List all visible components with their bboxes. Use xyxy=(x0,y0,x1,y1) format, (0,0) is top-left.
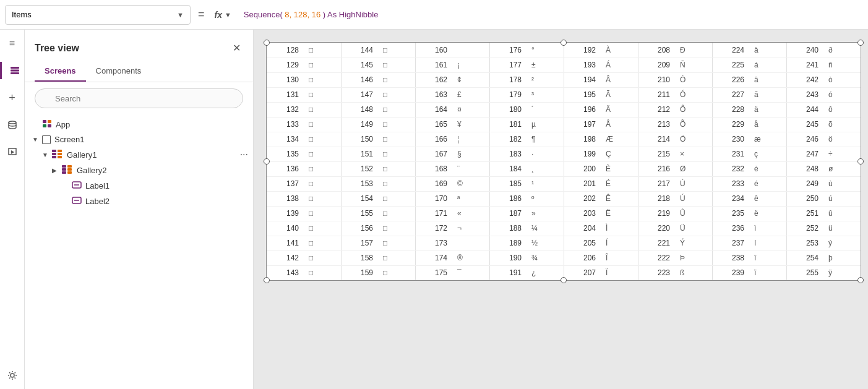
resize-handle-tl[interactable] xyxy=(264,40,270,46)
char-num: 132 xyxy=(267,102,304,117)
equals-symbol: = xyxy=(196,8,207,21)
tree-close-button[interactable]: ✕ xyxy=(230,40,243,56)
table-row: 137□153□169©185¹201É217Ù233é249ù xyxy=(267,176,861,191)
char-glyph: □ xyxy=(378,265,415,280)
char-num: 145 xyxy=(341,58,378,72)
char-glyph: Ò xyxy=(675,72,712,87)
char-glyph: £ xyxy=(452,87,489,102)
char-num: 197 xyxy=(564,117,601,132)
char-glyph: ­ xyxy=(452,236,489,250)
char-glyph: □ xyxy=(378,221,415,236)
char-num: 217 xyxy=(638,176,675,191)
char-num: 235 xyxy=(712,206,749,221)
char-glyph: ¬ xyxy=(452,221,489,236)
char-num: 148 xyxy=(341,102,378,117)
hamburger-icon[interactable]: ≡ xyxy=(4,35,21,52)
char-glyph: Ü xyxy=(675,221,712,236)
char-glyph: Õ xyxy=(675,117,712,132)
char-num: 173 xyxy=(415,236,452,250)
table-row: 141□157□173­189½205Í221Ý237í253ý xyxy=(267,236,861,250)
char-glyph: ô xyxy=(823,102,861,117)
tree-item-gallery2-label: Gallery2 xyxy=(77,166,106,175)
char-num: 246 xyxy=(786,132,823,147)
settings-icon[interactable] xyxy=(4,367,21,384)
char-glyph: □ xyxy=(304,236,341,250)
tree-item-gallery1-label: Gallery1 xyxy=(67,150,97,160)
char-glyph: ¡ xyxy=(452,58,489,72)
char-num: 241 xyxy=(786,58,823,72)
char-glyph: Ä xyxy=(601,102,638,117)
char-num: 209 xyxy=(638,58,675,72)
char-glyph: â xyxy=(749,72,786,87)
tree-item-gallery2[interactable]: ▶ Gallery2 xyxy=(25,163,253,178)
char-num: 225 xyxy=(712,58,749,72)
char-num: 196 xyxy=(564,102,601,117)
char-glyph: Ý xyxy=(675,236,712,250)
top-bar: Items ▼ = fx ▼ Sequence( 8, 128, 16 ) As… xyxy=(0,0,868,30)
database-icon[interactable] xyxy=(4,116,21,134)
char-glyph: Ú xyxy=(675,191,712,206)
char-num: 182 xyxy=(489,132,526,147)
char-num: 152 xyxy=(341,161,378,176)
gallery-container[interactable]: 128□144□160176°192À208Ð224à240ð129□145□1… xyxy=(266,42,861,281)
char-glyph: · xyxy=(526,147,564,161)
char-num: 141 xyxy=(267,236,304,250)
char-num: 200 xyxy=(564,161,601,176)
svg-rect-8 xyxy=(52,150,56,152)
chevron-down-icon: ▼ xyxy=(177,11,184,19)
char-glyph: í xyxy=(749,236,786,250)
char-num: 161 xyxy=(415,58,452,72)
char-num: 153 xyxy=(341,176,378,191)
char-glyph: ó xyxy=(823,87,861,102)
items-dropdown[interactable]: Items ▼ xyxy=(5,5,191,25)
resize-handle-br[interactable] xyxy=(857,277,864,283)
formula-text: Sequence( 8, 128, 16 ) As HighNibble xyxy=(244,10,379,19)
media-icon[interactable] xyxy=(4,143,21,161)
tree-item-screen1[interactable]: ▼ Screen1 xyxy=(25,132,253,147)
char-num: 149 xyxy=(341,117,378,132)
char-num: 227 xyxy=(712,87,749,102)
tree-item-label1[interactable]: Label1 xyxy=(25,178,253,194)
svg-rect-2 xyxy=(11,72,19,74)
char-glyph: ¶ xyxy=(526,132,564,147)
char-glyph: □ xyxy=(378,43,415,58)
char-glyph: ¢ xyxy=(452,72,489,87)
char-num: 139 xyxy=(267,206,304,221)
char-num: 221 xyxy=(638,236,675,250)
resize-handle-bl[interactable] xyxy=(264,277,270,283)
fx-button[interactable]: fx ▼ xyxy=(212,10,234,20)
svg-rect-17 xyxy=(67,165,72,168)
char-num: 137 xyxy=(267,176,304,191)
resize-handle-tr[interactable] xyxy=(857,40,864,46)
char-glyph: Á xyxy=(601,58,638,72)
tree-item-app[interactable]: App xyxy=(25,117,253,132)
char-num: 166 xyxy=(415,132,452,147)
char-glyph: □ xyxy=(304,191,341,206)
tree-item-app-label: App xyxy=(56,120,70,129)
tab-screens[interactable]: Screens xyxy=(35,61,86,82)
tree-item-label2[interactable]: Label2 xyxy=(25,194,253,209)
search-input[interactable] xyxy=(35,88,243,108)
resize-handle-mr[interactable] xyxy=(857,158,864,165)
tree-item-gallery1[interactable]: ▼ Gallery1 ··· xyxy=(25,147,253,163)
char-num: 172 xyxy=(415,221,452,236)
char-glyph: Ç xyxy=(601,147,638,161)
char-num: 157 xyxy=(341,236,378,250)
formula-bar[interactable]: Sequence( 8, 128, 16 ) As HighNibble xyxy=(239,10,863,19)
char-num: 186 xyxy=(489,191,526,206)
table-row: 139□155□171«187»203Ë219Û235ë251û xyxy=(267,206,861,221)
resize-handle-bm[interactable] xyxy=(561,277,567,283)
layers-icon[interactable] xyxy=(0,62,24,79)
plus-icon[interactable]: + xyxy=(4,89,21,106)
tab-components[interactable]: Components xyxy=(86,61,152,82)
gallery1-more-icon[interactable]: ··· xyxy=(240,149,248,160)
char-num: 213 xyxy=(638,117,675,132)
char-num: 195 xyxy=(564,87,601,102)
svg-rect-9 xyxy=(52,153,56,155)
char-num: 191 xyxy=(489,265,526,280)
char-glyph: ¸ xyxy=(526,161,564,176)
char-num: 180 xyxy=(489,102,526,117)
char-num: 138 xyxy=(267,191,304,206)
resize-handle-ml[interactable] xyxy=(264,158,270,165)
resize-handle-tm[interactable] xyxy=(561,40,567,46)
